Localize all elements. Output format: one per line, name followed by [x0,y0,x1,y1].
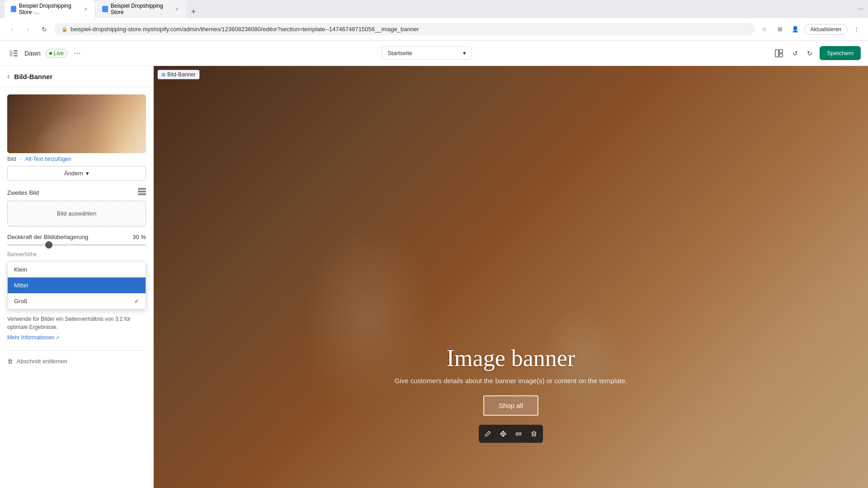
reload-button[interactable]: ↻ [38,23,51,36]
svg-rect-4 [775,50,778,57]
sidebar-body: Bild · Alt-Text hinzufügen Ändern ▾ Zwei… [0,87,153,372]
customize-icon[interactable] [773,47,785,60]
svg-rect-3 [14,55,18,56]
live-label: Live [54,50,64,56]
undo-button[interactable]: ↺ [789,47,802,60]
svg-rect-1 [14,50,18,52]
page-selector-dropdown[interactable]: Startseite ▾ [382,47,472,60]
menu-icon-svg [9,50,18,56]
save-button[interactable]: Speichern [820,46,861,60]
dropdown-label-mittel: Mittel [14,282,28,289]
overlay-section: Deckkraft der Bildüberlagerung 30 % [7,234,146,246]
image-label: Bild [7,156,16,162]
svg-rect-5 [779,50,783,53]
overlay-label-row: Deckkraft der Bildüberlagerung 30 % [7,234,146,240]
change-image-button[interactable]: Ändern ▾ [7,166,146,181]
address-text: beispiel-dropshipping-store.myshopify.co… [71,26,747,33]
browser-chrome: Beispiel Dropshipping Store ·... × Beisp… [0,0,868,41]
checkmark-icon: ✓ [134,298,139,305]
banner-edit-toolbar [479,425,543,443]
update-button[interactable]: Aktualisieren [804,24,847,35]
info-link-label: Mehr Informationen [7,334,54,341]
menu-icon[interactable]: ⋮ [850,23,863,36]
overlay-value: 30 % [132,234,146,240]
app-layout: Dawn Live ··· Startseite ▾ [0,41,868,488]
more-info-link[interactable]: Mehr Informationen ↗ [7,334,59,341]
dropdown-item-gross[interactable]: Groß ✓ [8,293,146,309]
shop-all-button[interactable]: Shop all [483,395,538,416]
bookmark-icon[interactable]: ☆ [758,23,771,36]
view-toggle [773,47,785,60]
back-button[interactable]: ‹ [5,23,18,36]
banner-image: ⊞ Bild-Banner Image banner Give customer… [154,66,868,488]
chevron-down-icon: ▾ [463,50,466,56]
banner-subtitle: Give customers details about the banner … [225,377,797,385]
dot-separator: · [20,156,21,162]
address-bar[interactable]: 🔒 beispiel-dropshipping-store.myshopify.… [54,23,755,35]
toolbar-move-button[interactable] [496,427,510,441]
toolbar-link-button[interactable] [511,427,526,441]
banner-height-label: Bannerhöhe [7,251,146,258]
browser-titlebar: Beispiel Dropshipping Store ·... × Beisp… [0,0,868,18]
profile-icon[interactable]: 👤 [789,23,802,36]
forward-button[interactable]: › [22,23,34,36]
topbar-more-button[interactable]: ··· [74,48,81,58]
select-second-image-button[interactable]: Bild auswählen [7,201,146,226]
stack-icon [138,188,146,197]
app-topbar: Dawn Live ··· Startseite ▾ [0,41,868,66]
second-image-label-row: Zweites Bild [7,188,146,197]
dropdown-item-mittel[interactable]: Mittel [8,277,146,293]
topbar-right: ↺ ↻ Speichern [773,46,861,60]
dropdown-item-klein[interactable]: Klein [8,262,146,277]
opacity-slider[interactable] [7,244,146,246]
banner-label-text: Bild-Banner [167,71,196,78]
alt-text-link[interactable]: Alt-Text hinzufügen [25,156,71,162]
sidebar: ‹ Bild-Banner Bild · Alt-Text hinzufügen [0,66,154,488]
preview-frame: ⊞ Bild-Banner Image banner Give customer… [154,66,868,488]
delete-label: Abschnitt entfernen [17,358,67,365]
browser-tabs: Beispiel Dropshipping Store ·... × Beisp… [5,0,854,18]
banner-height-dropdown: Klein Mittel Groß ✓ [7,261,146,310]
browser-tab-active[interactable]: Beispiel Dropshipping Store ·... × [5,0,95,18]
info-text-content: Verwende für Bilder ein Seitenverhältnis… [7,316,131,330]
svg-rect-9 [138,193,146,195]
tab-label-1: Beispiel Dropshipping Store ·... [19,3,81,15]
toolbar-edit-button[interactable] [481,427,495,441]
tab-label-2: Beispiel Dropshipping Store [111,3,172,15]
svg-rect-2 [14,52,18,54]
browser-nav: ‹ › ↻ 🔒 beispiel-dropshipping-store.mysh… [0,18,868,41]
browser-tab-2[interactable]: Beispiel Dropshipping Store × [96,0,186,18]
tab-close-1[interactable]: × [83,6,89,12]
trash-icon: 🗑 [7,358,13,365]
extensions-icon[interactable]: ⊞ [774,23,786,36]
banner-content: Image banner Give customers details abou… [225,345,797,416]
slider-fill [7,244,49,246]
second-image-label: Zweites Bild [7,189,39,196]
toolbar-delete-button[interactable] [527,427,541,441]
sidebar-title: Bild-Banner [14,73,52,80]
sidebar-toggle-button[interactable] [7,47,20,60]
redo-button[interactable]: ↻ [803,47,816,60]
back-button-sidebar[interactable]: ‹ [7,72,9,80]
tab-favicon-1 [11,6,16,12]
tab-close-2[interactable]: × [174,6,180,12]
slider-track [7,244,146,246]
new-tab-button[interactable]: + [187,5,200,18]
nav-actions: ☆ ⊞ 👤 Aktualisieren ⋮ [758,23,863,36]
slider-thumb[interactable] [45,241,52,249]
banner-height-section: Bannerhöhe Klein Mittel Groß ✓ [7,251,146,310]
lock-icon: 🔒 [61,26,68,32]
dropdown-label-klein: Klein [14,266,27,273]
second-image-section: Zweites Bild Bild auswählen [7,188,146,226]
info-link-row: Mehr Informationen ↗ [7,333,146,341]
live-badge: Live [45,49,68,58]
topbar-center: Startseite ▾ [86,47,768,60]
delete-section-button[interactable]: 🗑 Abschnitt entfernen [7,350,146,365]
chevron-down-icon-change: ▾ [86,170,89,177]
preview-figure [35,112,118,153]
tab-favicon-2 [102,6,108,12]
store-name: Dawn [24,50,41,57]
page-selector-label: Startseite [387,50,412,56]
external-link-icon: ↗ [56,335,59,340]
live-dot [49,52,52,55]
